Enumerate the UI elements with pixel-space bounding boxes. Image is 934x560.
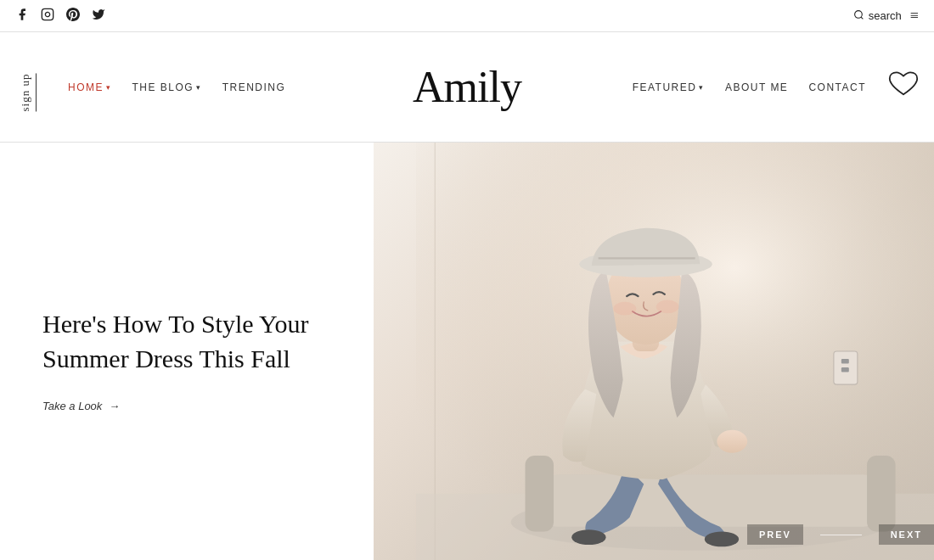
take-a-look-link[interactable]: Take a Look →: [42, 400, 340, 412]
nav-blog-label: THE BLOG: [132, 81, 194, 93]
search-label: search: [869, 9, 902, 22]
slider-line: [820, 535, 862, 535]
home-dropdown-icon: ▾: [106, 83, 112, 92]
facebook-icon[interactable]: [15, 8, 29, 25]
svg-point-12: [705, 531, 739, 546]
nav-contact[interactable]: CONTACT: [808, 81, 866, 93]
hero-image: [374, 143, 934, 560]
cta-label: Take a Look: [42, 400, 102, 412]
signup-vertical[interactable]: sign up: [19, 73, 37, 111]
nav-trending[interactable]: TRENDING: [222, 81, 286, 93]
prev-button[interactable]: PREV: [747, 524, 803, 545]
right-nav: FEATURED ▾ ABOUT ME CONTACT: [633, 81, 866, 93]
slider-navigation: PREV NEXT: [747, 524, 934, 545]
wishlist-heart-icon[interactable]: [888, 70, 919, 104]
nav-home[interactable]: HOME ▾: [68, 81, 112, 93]
nav-about-label: ABOUT ME: [725, 81, 788, 93]
hero-image-container: PREV NEXT: [374, 143, 934, 560]
next-button[interactable]: NEXT: [879, 524, 934, 545]
instagram-icon[interactable]: [41, 8, 54, 25]
svg-rect-21: [841, 359, 849, 364]
site-logo[interactable]: Amily: [413, 62, 521, 112]
svg-point-13: [717, 430, 747, 453]
svg-line-3: [861, 17, 863, 19]
nav-featured-label: FEATURED: [633, 81, 697, 93]
cta-arrow-icon: →: [109, 400, 120, 412]
article-title: Here's How To Style Your Summer Dress Th…: [42, 307, 340, 376]
nav-contact-label: CONTACT: [808, 81, 866, 93]
hero-illustration: [402, 143, 934, 560]
svg-rect-0: [42, 8, 53, 20]
svg-rect-10: [867, 456, 896, 531]
blog-dropdown-icon: ▾: [196, 83, 202, 92]
twitter-icon[interactable]: [92, 8, 105, 25]
svg-point-18: [613, 302, 636, 316]
article-text-panel: Here's How To Style Your Summer Dress Th…: [0, 143, 374, 560]
pinterest-icon[interactable]: [66, 8, 80, 25]
featured-dropdown-icon: ▾: [699, 83, 705, 92]
header: sign up HOME ▾ THE BLOG ▾ TRENDING Amily…: [0, 32, 934, 143]
nav-featured[interactable]: FEATURED ▾: [633, 81, 705, 93]
social-icons: [15, 8, 105, 25]
left-nav: HOME ▾ THE BLOG ▾ TRENDING: [68, 81, 285, 93]
search-icon: [853, 9, 864, 23]
main-content: Here's How To Style Your Summer Dress Th…: [0, 143, 934, 560]
top-right: search ≡: [853, 7, 919, 25]
top-bar: search ≡: [0, 0, 934, 32]
hamburger-icon[interactable]: ≡: [910, 7, 919, 25]
svg-rect-9: [526, 456, 554, 531]
svg-point-19: [656, 300, 679, 314]
svg-point-2: [854, 10, 862, 18]
svg-rect-8: [539, 474, 881, 527]
nav-the-blog[interactable]: THE BLOG ▾: [132, 81, 202, 93]
search-area[interactable]: search: [853, 9, 902, 23]
svg-point-11: [571, 529, 605, 545]
nav-trending-label: TRENDING: [222, 81, 286, 93]
nav-about-me[interactable]: ABOUT ME: [725, 81, 788, 93]
svg-rect-22: [841, 367, 849, 372]
nav-home-label: HOME: [68, 81, 104, 93]
